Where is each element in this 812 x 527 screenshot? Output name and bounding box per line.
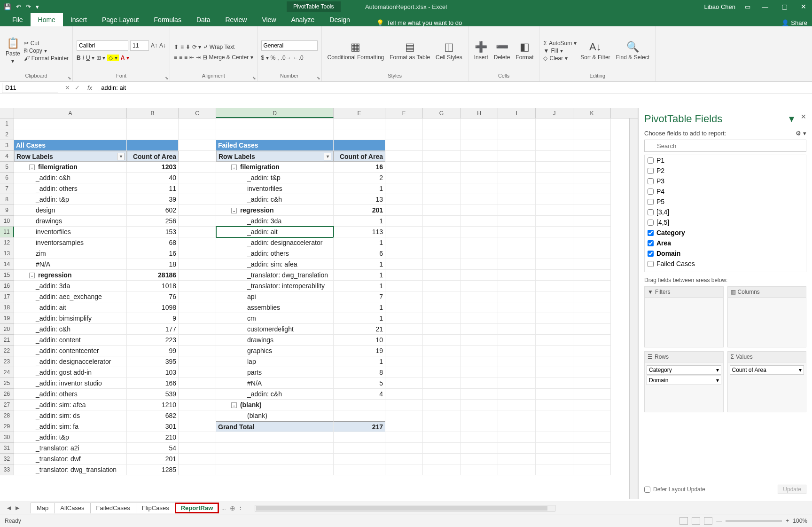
normal-view-icon[interactable] — [679, 517, 688, 525]
grid-cell[interactable] — [385, 356, 423, 367]
grid-cell[interactable] — [385, 302, 423, 313]
grid-cell[interactable] — [179, 464, 216, 475]
row-header[interactable]: 3 — [0, 140, 14, 151]
grid-cell[interactable] — [536, 389, 573, 400]
grid-cell[interactable] — [461, 173, 498, 183]
pivot1-row-label[interactable]: inventorfiles — [14, 227, 127, 237]
tab-review[interactable]: Review — [218, 13, 255, 26]
pivot1-row-label[interactable]: _addin: bimsimplify — [14, 313, 127, 324]
pivot1-row-label[interactable]: _translator: dwg_translation — [14, 464, 127, 475]
pivot2-row-value[interactable]: 2 — [334, 173, 385, 183]
grid-cell[interactable] — [573, 205, 611, 216]
pivot2-row-value[interactable]: 8 — [334, 367, 385, 378]
pivot2-row-value[interactable]: 1 — [334, 313, 385, 324]
format-as-table-button[interactable]: ▤Format as Table — [388, 40, 432, 62]
zone-item[interactable]: Domain ▾ — [647, 376, 721, 385]
grid-cell[interactable] — [573, 432, 611, 443]
grid-cell[interactable] — [423, 259, 461, 270]
grid-cell[interactable] — [385, 118, 423, 129]
grid-cell[interactable] — [461, 313, 498, 324]
pivot1-row-value[interactable]: 602 — [127, 205, 179, 216]
pivot-pane-gear-icon[interactable]: ⚙ ▾ — [796, 130, 806, 137]
format-cells-button[interactable]: ◧Format — [514, 40, 535, 62]
italic-button[interactable]: I — [83, 55, 84, 61]
pivot1-row-label[interactable]: _addin: gost add-in — [14, 367, 127, 378]
row-header[interactable]: 26 — [0, 389, 14, 400]
decrease-decimal-icon[interactable]: ←.0 — [293, 55, 304, 61]
font-launcher-icon[interactable]: ⬊ — [165, 76, 169, 80]
grid-cell[interactable] — [179, 270, 216, 281]
grid-cell[interactable] — [179, 259, 216, 270]
horizontal-scrollbar[interactable] — [255, 505, 555, 511]
pivot2-row-value[interactable]: 5 — [334, 378, 385, 389]
field-checkbox[interactable] — [648, 220, 654, 226]
clear-button[interactable]: ◇ Clear ▾ — [543, 55, 577, 62]
grid-cell[interactable] — [536, 151, 573, 162]
pivot2-row-label[interactable]: _addin: c&h — [216, 194, 334, 205]
tab-data[interactable]: Data — [189, 13, 218, 26]
pivot1-row-label[interactable]: _addin: c&h — [14, 173, 127, 183]
col-header-G[interactable]: G — [423, 108, 461, 118]
collapse-icon[interactable]: - — [231, 165, 237, 170]
grid-cell[interactable] — [498, 443, 536, 454]
grid-cell[interactable] — [423, 378, 461, 389]
grid-cell[interactable] — [423, 356, 461, 367]
grid-cell[interactable] — [536, 291, 573, 302]
grid-cell[interactable] — [423, 291, 461, 302]
grid-cell[interactable] — [179, 248, 216, 259]
grid-cell[interactable] — [179, 183, 216, 194]
pivot2-row-label[interactable]: drawings — [216, 335, 334, 346]
pivot2-row-value[interactable]: 1 — [334, 259, 385, 270]
grid-cell[interactable] — [423, 205, 461, 216]
pivot2-row-label[interactable]: _addin: c&h — [216, 389, 334, 400]
grid-cell[interactable] — [573, 140, 611, 151]
pivot2-row-value[interactable]: 1 — [334, 270, 385, 281]
col-header-J[interactable]: J — [536, 108, 573, 118]
vertical-scrollbar[interactable] — [629, 118, 638, 499]
pivot2-row-value[interactable]: 16 — [334, 162, 385, 173]
pivot1-row-value[interactable]: 9 — [127, 313, 179, 324]
grid-cell[interactable] — [536, 302, 573, 313]
pivot2-row-label[interactable]: - (blank) — [216, 400, 334, 410]
zone-item[interactable]: Count of Area ▾ — [730, 365, 804, 375]
grid-cell[interactable] — [179, 129, 216, 140]
row-header[interactable]: 22 — [0, 346, 14, 356]
page-break-view-icon[interactable] — [704, 517, 712, 525]
grid-cell[interactable] — [461, 237, 498, 248]
row-header[interactable]: 5 — [0, 162, 14, 173]
format-painter-button[interactable]: 🖌 Format Painter — [24, 55, 69, 62]
border-button[interactable]: ⊞ ▾ — [96, 55, 105, 61]
grid-cell[interactable] — [573, 118, 611, 129]
increase-font-icon[interactable]: A↑ — [151, 42, 157, 49]
pivot2-row-value[interactable]: 10 — [334, 335, 385, 346]
fill-button[interactable]: ▼ Fill ▾ — [543, 47, 577, 54]
grid-cell[interactable] — [498, 313, 536, 324]
pivot1-row-label[interactable]: _addin: contentcenter — [14, 346, 127, 356]
grid-cell[interactable] — [179, 205, 216, 216]
collapse-icon[interactable]: - — [231, 208, 237, 213]
collapse-icon[interactable]: - — [29, 273, 35, 278]
field-item[interactable]: P1 — [645, 155, 806, 165]
row-header[interactable]: 14 — [0, 259, 14, 270]
row-header[interactable]: 32 — [0, 454, 14, 464]
pivot2-row-value[interactable]: 6 — [334, 248, 385, 259]
grid-cell[interactable] — [461, 324, 498, 335]
fx-icon[interactable]: fx — [85, 84, 95, 91]
grid-cell[interactable] — [461, 129, 498, 140]
row-header[interactable]: 18 — [0, 302, 14, 313]
cancel-formula-icon[interactable]: ✕ — [65, 84, 70, 91]
grid-cell[interactable] — [573, 356, 611, 367]
grid-cell[interactable] — [14, 129, 127, 140]
col-header-H[interactable]: H — [461, 108, 498, 118]
sheet-tab-allcases[interactable]: AllCases — [54, 503, 90, 513]
pivot1-row-value[interactable]: 301 — [127, 421, 179, 432]
grid-cell[interactable] — [461, 140, 498, 151]
sheet-nav-next-icon[interactable]: ▶ — [13, 505, 22, 511]
pivot1-row-label[interactable]: _addin: t&p — [14, 194, 127, 205]
field-checkbox[interactable] — [648, 240, 654, 246]
grid-cell[interactable] — [573, 173, 611, 183]
pivot1-row-label[interactable]: _addin: 3da — [14, 281, 127, 291]
bold-button[interactable]: B — [77, 55, 81, 61]
grid-cell[interactable] — [536, 421, 573, 432]
grid-cell[interactable] — [536, 118, 573, 129]
